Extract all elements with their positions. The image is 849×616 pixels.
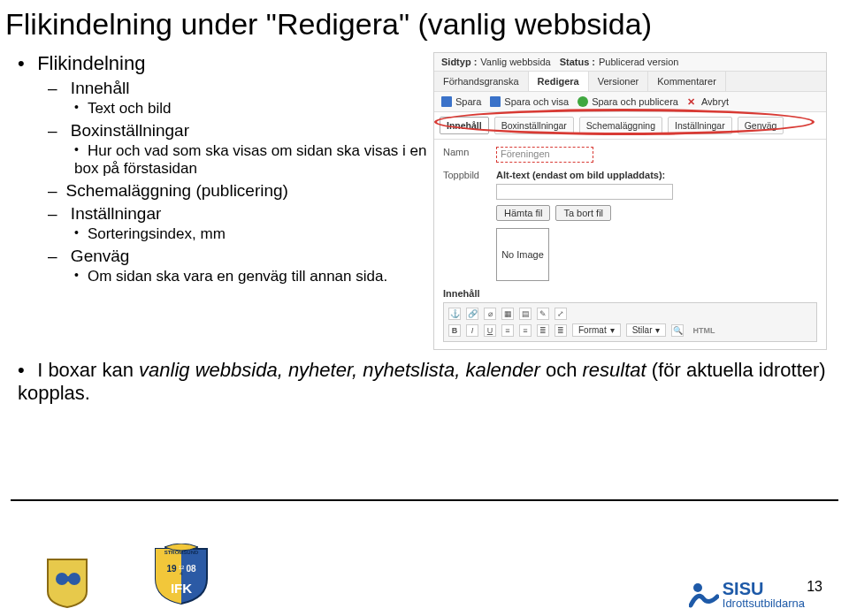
bullet-innehall-sub: Text och bild	[74, 100, 433, 118]
cancel-button[interactable]: ✕Avbryt	[687, 96, 729, 107]
subtab-installningar[interactable]: Inställningar	[668, 117, 732, 134]
search-icon[interactable]: 🔍	[671, 324, 684, 337]
bold-icon[interactable]: B	[448, 324, 461, 337]
subtab-innehall[interactable]: Innehåll	[440, 117, 489, 134]
page-title: Flikindelning under "Redigera" (vanlig w…	[0, 0, 849, 52]
editor-toolbar[interactable]: ⚓ 🔗 ⌀ ▦ ▤ ✎ ⤢ B I U ≡ ≡ ≣	[443, 302, 817, 342]
bullet-schemalaggning: Schemaläggning (publicering)	[48, 181, 433, 201]
club-shield-logo: STRÖMSUND 19 08 12 4 IFK	[152, 544, 210, 609]
footer-divider	[11, 499, 838, 501]
svg-point-9	[693, 583, 702, 592]
bullet-installningar-sub: Sorteringsindex, mm	[74, 225, 433, 243]
align-center-icon[interactable]: ≡	[519, 324, 532, 337]
image-icon[interactable]: ▦	[501, 308, 514, 320]
main-tabs[interactable]: Förhandsgranska Redigera Versioner Komme…	[434, 72, 826, 92]
bullet-box-sub: Hur och vad som ska visas om sidan ska v…	[74, 142, 433, 178]
input-alt-text[interactable]	[496, 184, 673, 200]
label-innehall-section: Innehåll	[443, 288, 817, 299]
editor-screenshot: Sidtyp : Vanlig webbsida Status : Public…	[433, 52, 827, 350]
bullet-boxinstallningar: Boxinställningar Hur och vad som ska vis…	[48, 121, 433, 178]
svg-text:STRÖMSUND: STRÖMSUND	[164, 550, 199, 555]
link-icon[interactable]: 🔗	[466, 308, 478, 320]
bullet-genvag-sub: Om sidan ska vara en genväg till annan s…	[74, 268, 433, 285]
label-toppbild: Toppbild	[443, 170, 496, 180]
bullet-innehall: Innehåll Text och bild	[48, 79, 433, 118]
page-number: 13	[807, 579, 822, 595]
input-namn[interactable]: Föreningen	[496, 147, 593, 163]
svg-text:12: 12	[179, 565, 185, 570]
subtab-schemalaggning[interactable]: Schemaläggning	[579, 117, 662, 134]
fetch-file-button[interactable]: Hämta fil	[496, 205, 550, 221]
list-ol-icon[interactable]: ≣	[537, 324, 549, 337]
footnote: I boxar kan vanlig webbsida, nyheter, ny…	[18, 359, 849, 405]
save-view-button[interactable]: Spara och visa	[490, 96, 569, 107]
bullet-column: Flikindelning Innehåll Text och bild Box…	[9, 52, 433, 294]
publish-button[interactable]: Spara och publicera	[577, 96, 678, 107]
subtab-boxinstallningar[interactable]: Boxinställningar	[494, 117, 574, 134]
bullet-flikindelning: Flikindelning Innehåll Text och bild Box…	[18, 52, 433, 285]
anchor-icon[interactable]: ⚓	[448, 308, 461, 320]
sub-tabs[interactable]: Innehåll Boxinställningar Schemaläggning…	[434, 112, 826, 140]
label-alt-text: Alt-text (endast om bild uppladdats):	[496, 170, 817, 180]
tab-redigera[interactable]: Redigera	[529, 72, 589, 91]
footer: STRÖMSUND 19 08 12 4 IFK SISU Idrottsutb…	[0, 544, 849, 609]
file-icon[interactable]: ✎	[537, 308, 549, 320]
save-view-icon	[490, 96, 501, 107]
chevron-down-icon: ▾	[610, 325, 615, 335]
svg-rect-2	[64, 576, 73, 582]
expand-icon[interactable]: ⤢	[555, 308, 567, 320]
toolbar: Spara Spara och visa Spara och publicera…	[434, 92, 826, 112]
styles-select[interactable]: Stilar▾	[626, 323, 667, 337]
underline-icon[interactable]: U	[484, 324, 496, 337]
format-select[interactable]: Format▾	[572, 323, 621, 337]
chevron-down-icon: ▾	[655, 325, 660, 335]
svg-text:IFK: IFK	[171, 581, 192, 596]
table-icon[interactable]: ▤	[519, 308, 532, 320]
subtab-genvag[interactable]: Genväg	[738, 117, 784, 134]
app-statusbar: Sidtyp : Vanlig webbsida Status : Public…	[434, 53, 826, 72]
cancel-icon: ✕	[687, 96, 698, 107]
tab-versioner[interactable]: Versioner	[589, 72, 648, 91]
no-image-placeholder[interactable]: No Image	[496, 228, 549, 281]
remove-file-button[interactable]: Ta bort fil	[555, 205, 611, 221]
sisu-logo: SISU Idrottsutbildarna	[689, 579, 805, 609]
svg-text:19: 19	[166, 564, 177, 574]
svg-text:08: 08	[186, 564, 196, 574]
bullet-installningar: Inställningar Sorteringsindex, mm	[48, 204, 433, 243]
label-namn: Namn	[443, 147, 496, 157]
rf-logo	[44, 558, 90, 609]
italic-icon[interactable]: I	[466, 324, 478, 337]
save-icon	[441, 96, 452, 107]
html-toggle[interactable]: HTML	[692, 326, 715, 335]
align-left-icon[interactable]: ≡	[501, 324, 514, 337]
tab-kommentarer[interactable]: Kommentarer	[648, 72, 726, 91]
list-ul-icon[interactable]: ≣	[555, 324, 567, 337]
unlink-icon[interactable]: ⌀	[484, 308, 496, 320]
bullet-genvag: Genväg Om sidan ska vara en genväg till …	[48, 247, 433, 285]
publish-icon	[577, 96, 588, 107]
tab-forhandsgranska[interactable]: Förhandsgranska	[434, 72, 529, 91]
save-button[interactable]: Spara	[441, 96, 481, 107]
